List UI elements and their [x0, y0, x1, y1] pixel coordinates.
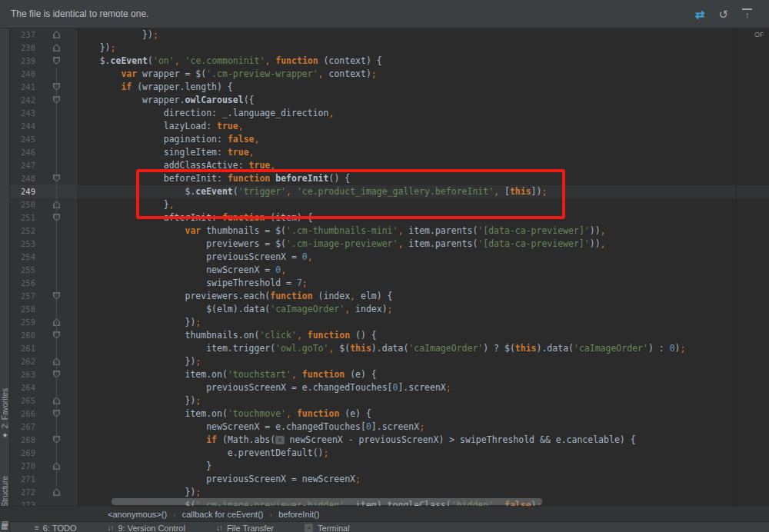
code-line[interactable]: item.on('touchstart', function (e) { — [77, 368, 769, 381]
line-number[interactable]: 242 — [10, 94, 42, 107]
gutter-fold-area[interactable] — [42, 499, 77, 506]
code-line[interactable]: lazyLoad: true, — [77, 120, 769, 133]
undo-icon[interactable]: ↺ — [718, 8, 728, 20]
horizontal-scrollbar-thumb[interactable] — [112, 498, 542, 505]
gutter-fold-area[interactable] — [42, 146, 77, 159]
gutter-fold-area[interactable] — [42, 224, 77, 238]
code-line[interactable]: newScreenX = 0, — [77, 264, 769, 277]
line-number[interactable]: 256 — [10, 277, 42, 290]
code-line[interactable]: swipeThreshold = 7; — [77, 277, 769, 290]
gutter-fold-area[interactable] — [42, 473, 77, 486]
gutter-fold-area[interactable] — [42, 368, 77, 381]
line-number[interactable]: 238 — [10, 42, 42, 55]
line-number[interactable]: 268 — [10, 434, 42, 447]
code-line[interactable]: var wrapper = $('.cm-preview-wrapper', c… — [77, 68, 769, 81]
code-line[interactable]: addClassActive: true, — [77, 159, 769, 172]
code-line[interactable]: beforeInit: function beforeInit() { — [77, 172, 769, 185]
line-number[interactable]: 273 — [10, 499, 42, 506]
code-line[interactable]: }); — [77, 486, 769, 499]
code-line[interactable]: }); — [77, 394, 769, 407]
line-number[interactable]: 269 — [10, 447, 42, 460]
line-number[interactable]: 237 — [10, 28, 42, 42]
code-line[interactable]: previousScreenX = 0, — [77, 251, 769, 264]
gutter-fold-area[interactable] — [42, 107, 77, 120]
line-number[interactable]: 272 — [10, 486, 42, 499]
line-number[interactable]: 250 — [10, 198, 42, 211]
gutter-fold-area[interactable] — [42, 303, 77, 316]
code-line[interactable]: wrapper.owlCarousel({ — [77, 94, 769, 107]
line-number[interactable]: 240 — [10, 68, 42, 81]
line-number[interactable]: 264 — [10, 381, 42, 394]
line-number[interactable]: 241 — [10, 81, 42, 94]
code-line[interactable]: } — [77, 460, 769, 473]
gutter-fold-area[interactable] — [42, 68, 77, 81]
line-number[interactable]: 247 — [10, 159, 42, 172]
line-number[interactable]: 239 — [10, 55, 42, 68]
code-line[interactable]: previousScreenX = newScreenX; — [77, 473, 769, 486]
gutter-fold-area[interactable] — [42, 133, 77, 146]
line-number[interactable]: 258 — [10, 303, 42, 316]
gutter-fold-area[interactable] — [42, 81, 77, 94]
gutter-fold-area[interactable] — [42, 316, 77, 329]
gutter-fold-area[interactable] — [42, 394, 77, 407]
line-number[interactable]: 248 — [10, 172, 42, 185]
code-line[interactable]: $.ceEvent('trigger', 'ce.product_image_g… — [77, 185, 769, 198]
code-line[interactable]: thumbnails.on('click', function () { — [77, 329, 769, 342]
line-number[interactable]: 270 — [10, 460, 42, 473]
fold-marker-icon[interactable] — [53, 44, 60, 52]
fold-marker-icon[interactable] — [53, 31, 60, 38]
gutter-fold-area[interactable] — [42, 421, 77, 434]
gutter-fold-area[interactable] — [42, 290, 77, 303]
toolwindow-switcher-icon[interactable]: ▦ — [1, 522, 8, 530]
line-number[interactable]: 257 — [10, 290, 42, 303]
code-line[interactable]: var thumbnails = $('.cm-thumbnails-mini'… — [77, 224, 769, 238]
gutter-fold-area[interactable] — [42, 120, 77, 133]
code-line[interactable]: if (Math.abs(x newScreenX - previousScre… — [77, 434, 769, 447]
line-number[interactable]: 251 — [10, 211, 42, 224]
line-number[interactable]: 259 — [10, 316, 42, 329]
line-number[interactable]: 249 — [10, 185, 42, 198]
code-line[interactable]: $(elm).data('caImageOrder', index); — [77, 303, 769, 316]
gutter-fold-area[interactable] — [42, 355, 77, 368]
line-number[interactable]: 254 — [10, 251, 42, 264]
gutter-fold-area[interactable] — [42, 251, 77, 264]
gutter-fold-area[interactable] — [42, 460, 77, 473]
line-number[interactable]: 260 — [10, 329, 42, 342]
gutter-fold-area[interactable] — [42, 185, 77, 198]
gutter-fold-area[interactable] — [42, 264, 77, 277]
gutter-fold-area[interactable] — [42, 381, 77, 394]
gutter-fold-area[interactable] — [42, 434, 77, 447]
gutter-fold-area[interactable] — [42, 28, 77, 42]
gutter-fold-area[interactable] — [42, 407, 77, 421]
line-number[interactable]: 267 — [10, 421, 42, 434]
statusbar-item-todo[interactable]: ≡6: TODO — [35, 524, 76, 532]
line-number[interactable]: 271 — [10, 473, 42, 486]
fold-marker-icon[interactable] — [53, 488, 60, 496]
code-line[interactable]: previousScreenX = e.changedTouches[0].sc… — [77, 381, 769, 394]
line-number[interactable]: 255 — [10, 264, 42, 277]
code-line[interactable]: $.ceEvent('on', 'ce.commoninit', functio… — [77, 55, 769, 68]
code-line[interactable]: newScreenX = e.changedTouches[0].screenX… — [77, 421, 769, 434]
line-number[interactable]: 265 — [10, 394, 42, 407]
line-number[interactable]: 245 — [10, 133, 42, 146]
breadcrumb-item[interactable]: <anonymous>() — [108, 510, 167, 519]
line-number[interactable]: 243 — [10, 107, 42, 120]
upload-icon[interactable]: ↑ — [742, 8, 752, 20]
gutter-fold-area[interactable] — [42, 211, 77, 224]
fold-marker-icon[interactable] — [53, 57, 60, 65]
gutter-fold-area[interactable] — [42, 159, 77, 172]
line-number[interactable]: 261 — [10, 342, 42, 355]
sync-icon[interactable]: ⇄ — [695, 8, 705, 20]
gutter-fold-area[interactable] — [42, 55, 77, 68]
gutter-fold-area[interactable] — [42, 277, 77, 290]
breadcrumb-item[interactable]: callback for ceEvent() — [182, 510, 264, 519]
code-line[interactable]: }); — [77, 28, 769, 42]
line-number[interactable]: 244 — [10, 120, 42, 133]
line-number[interactable]: 266 — [10, 407, 42, 421]
code-line[interactable]: direction: _.language_direction, — [77, 107, 769, 120]
code-line[interactable]: item.on('touchmove', function (e) { — [77, 407, 769, 421]
code-line[interactable]: }, — [77, 198, 769, 211]
gutter-fold-area[interactable] — [42, 42, 77, 55]
breadcrumb-item[interactable]: beforeInit() — [278, 510, 319, 519]
line-number[interactable]: 246 — [10, 146, 42, 159]
